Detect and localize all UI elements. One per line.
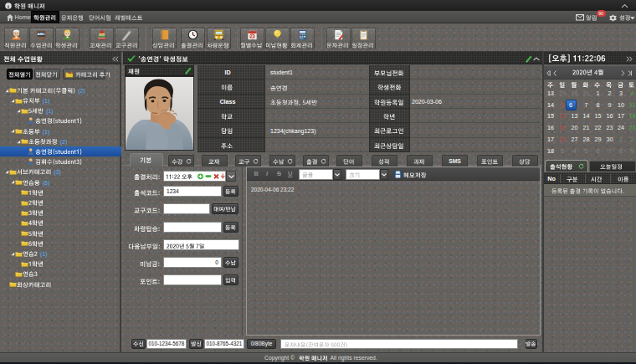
svg-text:i: i (8, 3, 9, 8)
svg-text:ABC: ABC (38, 32, 45, 36)
